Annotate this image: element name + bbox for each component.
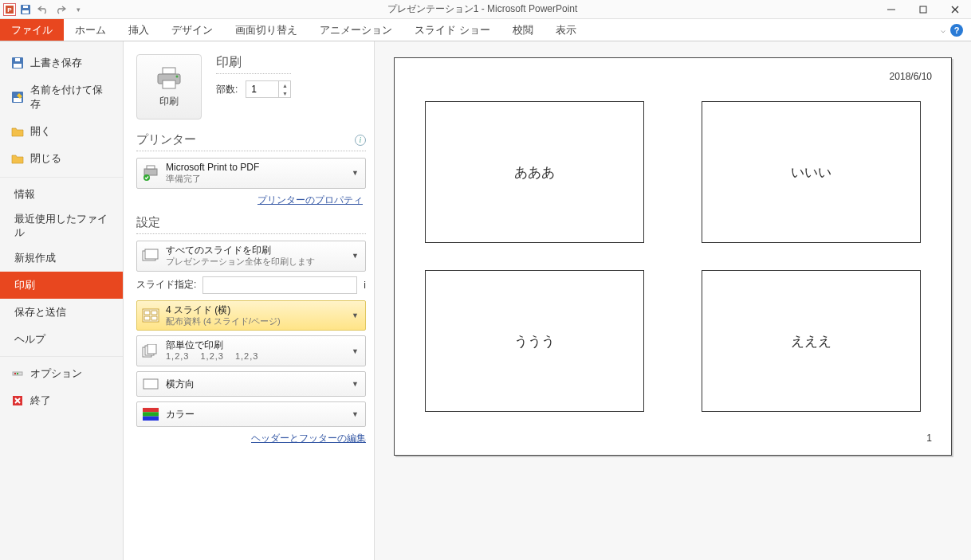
svg-rect-40 xyxy=(143,417,159,421)
close-folder-icon xyxy=(11,152,24,165)
preview-page: 2018/6/10 あああ いいい ううう えええ 1 xyxy=(394,57,952,456)
copies-spinner[interactable]: ▲ ▼ xyxy=(246,80,291,98)
info-icon[interactable]: i xyxy=(355,135,366,146)
header-footer-link[interactable]: ヘッダーとフッターの編集 xyxy=(251,433,366,444)
svg-rect-11 xyxy=(15,58,20,61)
sidebar-item-new[interactable]: 新規作成 xyxy=(0,245,123,272)
svg-rect-25 xyxy=(147,166,155,169)
svg-rect-39 xyxy=(143,412,159,416)
collate-icon xyxy=(142,343,159,360)
sidebar-item-recent[interactable]: 最近使用したファイル xyxy=(0,208,123,245)
chevron-down-icon: ▼ xyxy=(350,252,360,260)
print-button[interactable]: 印刷 xyxy=(136,54,202,119)
qat-redo-icon[interactable] xyxy=(53,2,69,18)
tab-view[interactable]: 表示 xyxy=(544,19,588,41)
svg-rect-16 xyxy=(17,373,18,374)
scope-l2: プレゼンテーション全体を印刷します xyxy=(166,257,344,268)
ribbon-tabs: ファイル ホーム 挿入 デザイン 画面切り替え アニメーション スライド ショー… xyxy=(0,19,971,41)
color-label: カラー xyxy=(166,409,344,421)
tab-transition[interactable]: 画面切り替え xyxy=(224,19,309,41)
sidebar-item-label: 閉じる xyxy=(30,151,61,166)
tab-review[interactable]: 校閲 xyxy=(501,19,544,41)
preview-date: 2018/6/10 xyxy=(890,71,932,82)
collate-selector[interactable]: 部単位で印刷 1,2,3 1,2,3 1,2,3 ▼ xyxy=(136,335,366,366)
info-icon[interactable]: i xyxy=(364,280,366,291)
sidebar-item-close[interactable]: 閉じる xyxy=(0,145,123,172)
tab-slideshow[interactable]: スライド ショー xyxy=(403,19,501,41)
sidebar-item-label: 終了 xyxy=(30,394,51,408)
color-selector[interactable]: カラー ▼ xyxy=(136,401,366,427)
svg-rect-6 xyxy=(920,6,926,13)
preview-slide-1: あああ xyxy=(425,101,644,243)
print-button-label: 印刷 xyxy=(159,95,179,108)
svg-rect-22 xyxy=(163,80,175,88)
backstage-sidebar: 上書き保存 名前を付けて保存 開く 閉じる 情報 最近使用したファイル 新規作成… xyxy=(0,41,124,560)
open-folder-icon xyxy=(11,125,24,138)
svg-rect-37 xyxy=(143,379,158,389)
layout-l2: 配布資料 (4 スライド/ページ) xyxy=(166,316,344,327)
sidebar-item-exit[interactable]: 終了 xyxy=(0,387,123,414)
powerpoint-logo-icon: P xyxy=(3,3,16,16)
help-icon[interactable]: ? xyxy=(950,24,963,37)
svg-rect-3 xyxy=(22,10,29,14)
tab-insert[interactable]: 挿入 xyxy=(117,19,160,41)
tab-design[interactable]: デザイン xyxy=(160,19,224,41)
svg-rect-15 xyxy=(14,373,16,374)
chevron-down-icon: ▼ xyxy=(350,311,360,319)
backstage-main: 上書き保存 名前を付けて保存 開く 閉じる 情報 最近使用したファイル 新規作成… xyxy=(0,41,971,560)
copies-down-icon[interactable]: ▼ xyxy=(279,89,290,97)
sidebar-item-print[interactable]: 印刷 xyxy=(0,272,123,299)
slides-icon xyxy=(142,247,159,264)
window-controls xyxy=(875,0,971,19)
title-bar: P ▾ プレゼンテーション1 - Microsoft PowerPoint xyxy=(0,0,971,19)
qat-customize-icon[interactable]: ▾ xyxy=(70,2,86,18)
sidebar-item-options[interactable]: オプション xyxy=(0,360,123,387)
sidebar-item-save-as[interactable]: 名前を付けて保存 xyxy=(0,76,123,118)
printer-selector[interactable]: Microsoft Print to PDF 準備完了 ▼ xyxy=(136,158,366,189)
preview-page-number: 1 xyxy=(926,433,932,444)
print-preview-area: 2018/6/10 あああ いいい ううう えええ 1 xyxy=(375,41,971,560)
ribbon-minimize-icon[interactable]: ⌵ xyxy=(941,25,945,34)
color-icon xyxy=(142,405,159,423)
copies-up-icon[interactable]: ▲ xyxy=(279,81,290,89)
sidebar-item-help[interactable]: ヘルプ xyxy=(0,326,123,353)
printer-status: 準備完了 xyxy=(166,174,344,185)
layout-selector[interactable]: 4 スライド (横) 配布資料 (4 スライド/ページ) ▼ xyxy=(136,300,366,331)
tab-home[interactable]: ホーム xyxy=(64,19,117,41)
svg-rect-13 xyxy=(14,98,22,102)
sidebar-item-info[interactable]: 情報 xyxy=(0,181,123,208)
minimize-button[interactable] xyxy=(875,0,907,19)
slide-spec-input[interactable] xyxy=(202,276,357,294)
svg-rect-36 xyxy=(147,344,156,354)
svg-text:P: P xyxy=(7,6,12,14)
chevron-down-icon: ▼ xyxy=(350,347,360,355)
sidebar-item-open[interactable]: 開く xyxy=(0,118,123,145)
copies-input[interactable] xyxy=(246,81,278,97)
maximize-button[interactable] xyxy=(907,0,939,19)
slide-spec-label: スライド指定: xyxy=(136,278,196,292)
sidebar-item-label: 開く xyxy=(30,124,51,139)
sidebar-item-save[interactable]: 上書き保存 xyxy=(0,49,123,76)
tab-animation[interactable]: アニメーション xyxy=(309,19,403,41)
orientation-selector[interactable]: 横方向 ▼ xyxy=(136,371,366,397)
sidebar-item-label: 上書き保存 xyxy=(30,56,82,70)
chevron-down-icon: ▼ xyxy=(350,410,360,418)
scope-selector[interactable]: すべてのスライドを印刷 プレゼンテーション全体を印刷します ▼ xyxy=(136,241,366,272)
tab-file[interactable]: ファイル xyxy=(0,19,64,41)
print-settings-panel: 印刷 印刷 部数: ▲ ▼ プリンター i xyxy=(124,41,375,560)
sidebar-item-label: 情報 xyxy=(14,187,35,202)
sidebar-item-label: 名前を付けて保存 xyxy=(30,83,112,112)
sidebar-item-label: 印刷 xyxy=(14,278,35,292)
printer-section-title: プリンター i xyxy=(136,132,366,147)
save-as-icon xyxy=(11,91,24,104)
svg-rect-4 xyxy=(23,6,28,8)
qat-undo-icon[interactable] xyxy=(35,2,51,18)
preview-slide-4: えええ xyxy=(702,270,921,412)
sidebar-item-label: ヘルプ xyxy=(14,332,45,347)
sidebar-item-save-send[interactable]: 保存と送信 xyxy=(0,299,123,326)
qat-save-icon[interactable] xyxy=(18,2,33,18)
window-title: プレゼンテーション1 - Microsoft PowerPoint xyxy=(89,2,875,16)
close-button[interactable] xyxy=(939,0,971,19)
printer-properties-link[interactable]: プリンターのプロパティ xyxy=(257,194,363,206)
print-section-title: 印刷 xyxy=(216,54,291,71)
